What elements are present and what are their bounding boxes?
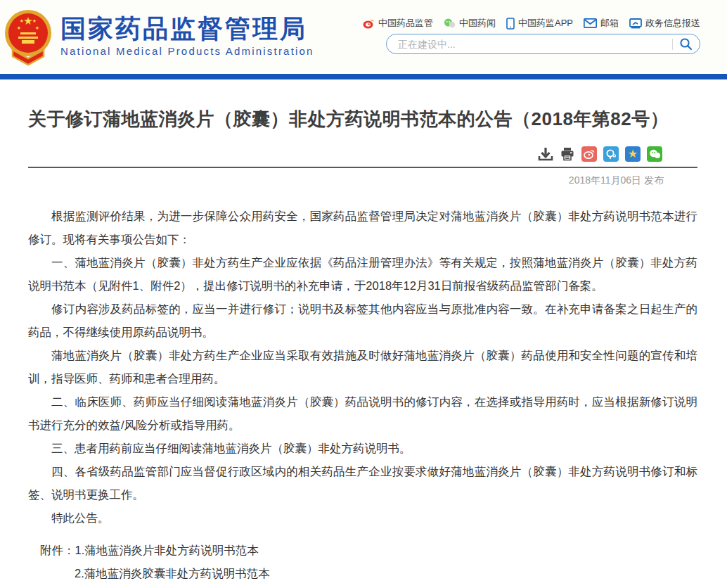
tencent-weibo-share-icon[interactable] <box>603 146 619 162</box>
phone-icon <box>506 18 515 30</box>
article-container: 关于修订蒲地蓝消炎片（胶囊）非处方药说明书范本的公告（2018年第82号） <box>28 108 697 585</box>
quick-link-mail[interactable]: 邮箱 <box>584 17 619 30</box>
national-emblem-logo: ★ ★ ★ ★ ★ <box>4 7 53 66</box>
publish-date: 2018年11月06日 发布 <box>28 174 697 187</box>
header-divider-bar <box>0 74 727 79</box>
search-icon <box>679 37 693 51</box>
quick-link-app[interactable]: 中国药监APP <box>506 17 573 30</box>
svg-text:★: ★ <box>32 18 37 23</box>
header-quick-links: 中国药品监管 中国药闻 中国药监APP 邮箱 <box>363 17 700 30</box>
search-button[interactable] <box>679 37 693 51</box>
attachments-section: 附件：1.蒲地蓝消炎片非处方药说明书范本 2.蒲地蓝消炎胶囊非处方药说明书范本 <box>28 539 697 585</box>
svg-text:★: ★ <box>20 18 24 23</box>
paragraph: 修订内容涉及药品标签的，应当一并进行修订；说明书及标签其他内容应当与原批准内容一… <box>28 298 697 344</box>
search-box <box>386 34 700 54</box>
paragraph: 四、各省级药品监管部门应当督促行政区域内的相关药品生产企业按要求做好蒲地蓝消炎片… <box>28 460 697 506</box>
svg-text:★: ★ <box>23 15 32 27</box>
qzone-share-icon[interactable]: ★ <box>625 146 641 162</box>
quick-link-label: 中国药品监管 <box>378 17 433 30</box>
weibo-share-icon[interactable] <box>581 146 597 162</box>
quick-link-label: 邮箱 <box>600 17 619 30</box>
download-icon[interactable] <box>538 146 553 162</box>
quick-link-drug-regulation[interactable]: 中国药品监管 <box>363 17 433 30</box>
site-header: ★ ★ ★ ★ ★ 国家药品监督管理局 National Medical Pro… <box>0 0 727 74</box>
paragraph: 二、临床医师、药师应当仔细阅读蒲地蓝消炎片（胶囊）药品说明书的修订内容，在选择或… <box>28 390 697 437</box>
quick-link-label: 中国药闻 <box>459 17 496 30</box>
paragraph: 根据监测评价结果，为进一步保障公众用药安全，国家药品监督管理局决定对蒲地蓝消炎片… <box>28 205 697 251</box>
weibo-icon <box>363 18 375 29</box>
attachment-link-1[interactable]: 1.蒲地蓝消炎片非处方药说明书范本 <box>75 544 259 556</box>
paragraph: 蒲地蓝消炎片（胶囊）非处方药生产企业应当采取有效措施及时做好蒲地蓝消炎片（胶囊）… <box>28 344 697 390</box>
paragraph: 三、患者用药前应当仔细阅读蒲地蓝消炎片（胶囊）非处方药说明书。 <box>28 437 697 460</box>
paragraph: 一、蒲地蓝消炎片（胶囊）非处方药生产企业应依据《药品注册管理办法》等有关规定，按… <box>28 251 697 298</box>
article-body: 根据监测评价结果，为进一步保障公众用药安全，国家药品监督管理局决定对蒲地蓝消炎片… <box>28 205 697 530</box>
mail-icon <box>584 18 597 28</box>
wechat-share-icon[interactable] <box>647 146 662 162</box>
site-brand: 国家药品监督管理局 National Medical Products Admi… <box>60 14 314 57</box>
title-divider <box>28 167 697 168</box>
page-title: 关于修订蒲地蓝消炎片（胶囊）非处方药说明书范本的公告（2018年第82号） <box>28 108 697 132</box>
report-icon <box>629 18 642 29</box>
closing-statement: 特此公告。 <box>28 506 697 530</box>
article-toolbar: ★ <box>28 146 697 162</box>
quick-link-label: 政务信息报送 <box>645 17 700 30</box>
search-input[interactable] <box>398 39 672 50</box>
site-title-en: National Medical Products Administration <box>60 45 314 57</box>
quick-link-gov-info-report[interactable]: 政务信息报送 <box>629 17 700 30</box>
quick-link-china-pharma-news[interactable]: 中国药闻 <box>444 17 496 30</box>
attachments-label: 附件： <box>40 544 75 556</box>
print-icon[interactable] <box>560 146 575 162</box>
svg-text:★: ★ <box>17 25 21 30</box>
quick-link-label: 中国药监APP <box>518 17 573 30</box>
wechat-icon <box>444 18 456 28</box>
site-title-cn: 国家药品监督管理局 <box>60 14 314 43</box>
attachment-link-2[interactable]: 2.蒲地蓝消炎胶囊非处方药说明书范本 <box>75 567 270 580</box>
svg-text:★: ★ <box>35 25 39 30</box>
search-divider <box>672 39 673 50</box>
